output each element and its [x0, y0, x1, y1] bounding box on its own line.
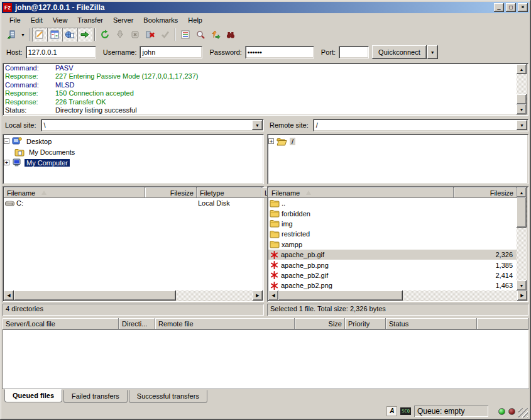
scrollbar-thumb[interactable] — [278, 290, 403, 301]
toggle-local-tree-button[interactable] — [47, 28, 62, 41]
column-header-filesize[interactable]: Filesize — [454, 187, 517, 198]
scroll-up-button[interactable]: ▲ — [517, 64, 527, 74]
scroll-right-button[interactable]: ▶ — [517, 290, 527, 301]
tree-item-root[interactable]: + / — [268, 136, 527, 146]
scrollbar-thumb[interactable] — [517, 197, 527, 228]
column-header-size[interactable]: Size — [295, 318, 345, 329]
menu-bookmarks[interactable]: Bookmarks — [138, 14, 183, 26]
local-site-combobox[interactable]: \ ▼ — [41, 119, 264, 131]
close-button[interactable]: × — [518, 3, 528, 12]
reconnect-button[interactable] — [158, 28, 173, 41]
collapse-icon[interactable]: − — [4, 138, 9, 144]
menu-help[interactable]: Help — [183, 14, 207, 26]
local-site-dropdown-button[interactable]: ▼ — [252, 120, 263, 130]
scroll-down-button[interactable]: ▼ — [517, 104, 527, 114]
file-row[interactable]: xampp — [268, 240, 517, 250]
toggle-transfer-queue-button[interactable] — [77, 28, 92, 41]
local-tree[interactable]: − Desktop My Documents + My Computer — [3, 134, 264, 184]
column-header-server-local-file[interactable]: Server/Local file — [3, 318, 119, 329]
tab-failed-transfers[interactable]: Failed transfers — [63, 390, 128, 403]
file-search-button[interactable] — [193, 28, 208, 41]
column-header-remote-file[interactable]: Remote file — [155, 318, 295, 329]
sort-ascending-icon — [306, 191, 311, 195]
scrollbar-track[interactable] — [278, 290, 517, 301]
directory-filter-button[interactable] — [178, 28, 193, 41]
synchronized-browsing-button[interactable] — [223, 28, 238, 41]
expand-icon[interactable]: + — [4, 160, 9, 165]
remote-list-body[interactable]: .. forbidden img — [268, 198, 517, 290]
file-row[interactable]: img — [268, 219, 517, 229]
scroll-up-button[interactable]: ▲ — [517, 187, 527, 197]
scroll-down-button[interactable]: ▼ — [517, 280, 527, 290]
remote-site-combobox[interactable]: / ▼ — [313, 119, 528, 131]
local-horizontal-scrollbar[interactable]: ◀ ▶ — [4, 290, 263, 301]
maximize-button[interactable]: □ — [506, 3, 516, 12]
tree-item-my-documents[interactable]: My Documents — [4, 146, 263, 157]
menu-transfer[interactable]: Transfer — [72, 14, 108, 26]
password-input[interactable] — [245, 46, 314, 58]
scrollbar-thumb[interactable] — [517, 94, 527, 104]
tree-item-desktop[interactable]: − Desktop — [4, 136, 263, 146]
menu-server[interactable]: Server — [108, 14, 138, 26]
scrollbar-track[interactable] — [14, 290, 253, 301]
remote-site-dropdown-button[interactable]: ▼ — [517, 120, 527, 130]
file-row-selected[interactable]: apache_pb.gif 2,326 — [268, 250, 517, 260]
remote-tree[interactable]: + / — [267, 134, 528, 184]
file-row[interactable]: apache_pb2.png 1,463 — [268, 280, 517, 290]
minimize-button[interactable]: _ — [494, 3, 504, 12]
tab-successful-transfers[interactable]: Successful transfers — [129, 390, 207, 403]
column-header-priority[interactable]: Priority — [345, 318, 386, 329]
disconnect-button[interactable] — [143, 28, 158, 41]
file-row[interactable]: forbidden — [268, 208, 517, 218]
file-row[interactable]: restricted — [268, 229, 517, 239]
remote-vertical-scrollbar[interactable]: ▲ ▼ — [517, 187, 527, 290]
directory-compare-button[interactable] — [208, 28, 223, 41]
titlebar[interactable]: Fz john@127.0.0.1 - FileZilla _ □ × — [2, 2, 529, 13]
port-input[interactable] — [339, 46, 369, 58]
cancel-operation-button[interactable] — [128, 28, 143, 41]
site-manager-dropdown-button[interactable]: ▼ — [19, 28, 27, 41]
column-header-filesize[interactable]: Filesize — [145, 187, 197, 198]
expand-icon[interactable]: + — [268, 138, 274, 144]
column-header-direction[interactable]: Directi... — [119, 318, 155, 329]
ascii-transfer-type-icon[interactable]: A — [386, 406, 397, 416]
tab-queued-files[interactable]: Queued files — [4, 389, 62, 402]
process-queue-button[interactable] — [112, 28, 128, 41]
log-vertical-scrollbar[interactable]: ▲ ▼ — [517, 64, 527, 114]
toggle-remote-tree-button[interactable] — [62, 28, 77, 41]
site-manager-icon — [6, 30, 16, 40]
file-row-c-drive[interactable]: C: Local Disk — [4, 198, 263, 208]
toggle-message-log-button[interactable] — [32, 28, 47, 41]
file-row[interactable]: apache_pb.png 1,385 — [268, 260, 517, 270]
column-header-filename[interactable]: Filename — [4, 187, 145, 198]
username-input[interactable] — [140, 46, 202, 58]
column-header-status[interactable]: Status — [386, 318, 477, 329]
speed-limit-indicator-icon[interactable]: SCQ — [400, 407, 411, 415]
menu-view[interactable]: View — [48, 14, 73, 26]
remote-horizontal-scrollbar[interactable]: ◀ ▶ — [268, 290, 527, 301]
message-log[interactable]: Command:PASV Response:227 Entering Passi… — [3, 63, 528, 116]
scrollbar-track[interactable] — [517, 197, 527, 280]
resize-grip[interactable] — [518, 408, 528, 417]
file-row[interactable]: apache_pb2.gif 2,414 — [268, 270, 517, 280]
quickconnect-dropdown-button[interactable]: ▼ — [427, 45, 438, 59]
local-pane: Local site: \ ▼ − Desktop My Documents — [3, 118, 264, 316]
scroll-left-button[interactable]: ◀ — [268, 290, 278, 301]
column-header-filename[interactable]: Filename — [268, 187, 454, 198]
scrollbar-thumb[interactable] — [14, 290, 176, 301]
tree-item-label: Desktop — [25, 138, 53, 145]
queue-body[interactable] — [3, 329, 528, 389]
tree-item-my-computer[interactable]: + My Computer — [4, 157, 263, 168]
scroll-left-button[interactable]: ◀ — [4, 290, 14, 301]
column-header-filetype[interactable]: Filetype — [197, 187, 261, 198]
scrollbar-track[interactable] — [517, 74, 527, 104]
local-list-body[interactable]: C: Local Disk — [4, 198, 263, 290]
quickconnect-button[interactable]: Quickconnect — [372, 45, 427, 59]
menu-file[interactable]: File — [4, 14, 26, 26]
menu-edit[interactable]: Edit — [26, 14, 48, 26]
refresh-button[interactable] — [97, 28, 112, 41]
site-manager-button[interactable] — [4, 28, 19, 41]
host-input[interactable] — [26, 46, 96, 58]
scroll-right-button[interactable]: ▶ — [253, 290, 263, 301]
file-row[interactable]: .. — [268, 198, 517, 208]
